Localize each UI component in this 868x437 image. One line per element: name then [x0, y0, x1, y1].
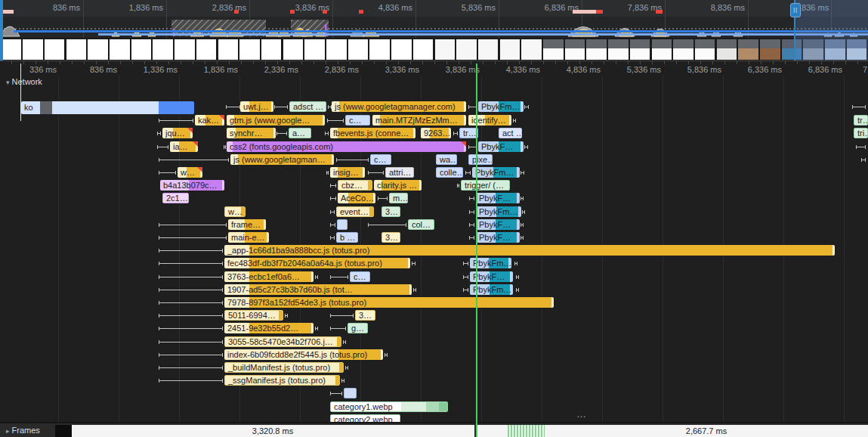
filmstrip-thumbnail[interactable]: [196, 39, 217, 60]
network-request-bar[interactable]: js (www.googletagmanager.com): [332, 101, 466, 112]
dropped-frame-block[interactable]: [55, 425, 72, 437]
network-request-bar[interactable]: trigger/ (…: [461, 180, 510, 191]
network-request-bar[interactable]: c…: [370, 154, 391, 165]
network-request-bar[interactable]: identify…: [468, 115, 511, 126]
network-request-bar[interactable]: col…: [408, 219, 434, 230]
network-request-bar[interactable]: fec483df-db3f7b2046a0a64a.js (totus.pro): [224, 258, 410, 268]
network-request-bar[interactable]: pixe…: [468, 154, 493, 165]
partially-presented-frames[interactable]: [508, 425, 545, 437]
collapse-triangle-icon[interactable]: ▸: [6, 427, 10, 435]
network-request-bar[interactable]: _ssgManifest.js (totus.pro): [224, 375, 340, 386]
network-request-bar[interactable]: clarity.js …: [374, 180, 422, 191]
filmstrip-thumbnail[interactable]: [456, 39, 477, 60]
filmstrip-thumbnail[interactable]: [348, 39, 369, 60]
network-request-bar[interactable]: c…: [350, 271, 370, 282]
network-request-bar[interactable]: 3…: [355, 310, 375, 321]
network-request-bar[interactable]: 3763-ecbc1ef0a6…: [224, 271, 314, 282]
filmstrip-thumbnail[interactable]: [478, 39, 499, 60]
filmstrip-thumbnail[interactable]: [218, 39, 239, 60]
filmstrip-thumbnail[interactable]: [608, 39, 629, 60]
network-request-bar[interactable]: 3…: [381, 232, 400, 243]
filmstrip-thumbnail[interactable]: [110, 39, 130, 60]
network-request-bar[interactable]: cbz…: [338, 180, 372, 191]
network-request-bar[interactable]: fbevents.js (conne…: [330, 128, 415, 138]
network-request-bar[interactable]: m…: [389, 193, 408, 203]
network-request-bar[interactable]: PbykF…: [478, 141, 524, 152]
filmstrip-thumbnail[interactable]: [630, 39, 650, 60]
network-request-bar[interactable]: frame…: [228, 219, 266, 230]
network-request-bar[interactable]: js (www.googletagman…: [230, 154, 334, 165]
filmstrip-thumbnail[interactable]: [738, 39, 758, 60]
network-request-bar[interactable]: index-6b09fcdd8e2f5445.js (totus.pro): [224, 349, 383, 360]
frames-section-header[interactable]: ▸Frames: [6, 426, 40, 435]
filmstrip-thumbnail[interactable]: [66, 39, 87, 60]
network-request-bar[interactable]: category1.webp: [330, 401, 448, 412]
network-request-bar[interactable]: category2.webp: [330, 414, 400, 422]
network-request-bar[interactable]: PbykFm…: [472, 167, 520, 178]
filmstrip-thumbnail[interactable]: [543, 39, 564, 60]
filmstrip-thumbnail[interactable]: [283, 39, 304, 60]
network-request-bar[interactable]: _app-1c66d1ba9a888bcc.js (totus.pro): [224, 245, 835, 256]
network-request-bar[interactable]: PbykF…: [476, 232, 520, 243]
network-request-bar[interactable]: main.MTZjMzEzMm…: [372, 115, 466, 126]
network-request-bar[interactable]: a…: [289, 128, 311, 138]
filmstrip-thumbnail[interactable]: [695, 39, 715, 60]
overview-window-handle-grip[interactable]: ||: [790, 3, 801, 17]
network-request-bar[interactable]: main-e…: [228, 232, 269, 243]
network-request-bar[interactable]: 2451-9e32b55d2…: [224, 323, 314, 333]
filmstrip-thumbnail[interactable]: [717, 39, 737, 60]
network-request-bar[interactable]: uwt.j…: [240, 101, 273, 112]
filmstrip-thumbnail[interactable]: [652, 39, 672, 60]
network-request-bar[interactable]: _buildManifest.js (totus.pro): [224, 362, 344, 373]
filmstrip-thumbnail[interactable]: [413, 39, 434, 60]
filmstrip-thumbnail[interactable]: [153, 39, 173, 60]
screenshot-filmstrip[interactable]: [0, 38, 868, 60]
network-request-bar[interactable]: PbykF…: [476, 219, 520, 230]
network-request-bar[interactable]: css2 (fonts.googleapis.com): [227, 141, 466, 152]
network-request-bar[interactable]: 2c1…: [162, 193, 189, 203]
filmstrip-thumbnail[interactable]: [500, 39, 520, 60]
filmstrip-thumbnail[interactable]: [88, 39, 108, 60]
filmstrip-thumbnail[interactable]: [521, 39, 542, 60]
network-request-bar[interactable]: synchr…: [227, 128, 276, 138]
network-request-bar[interactable]: PbykFm…: [478, 101, 524, 112]
network-request-bar[interactable]: kak…: [195, 115, 224, 126]
filmstrip-thumbnail[interactable]: [261, 39, 282, 60]
network-request-bar[interactable]: AceCo…: [338, 193, 375, 203]
network-request-bar[interactable]: 9263…: [421, 128, 451, 138]
network-request-bar[interactable]: attri…: [385, 167, 414, 178]
network-request-bar[interactable]: ia…: [170, 141, 198, 152]
filmstrip-thumbnail[interactable]: [369, 39, 390, 60]
network-request-bar[interactable]: colle…: [436, 167, 463, 178]
filmstrip-thumbnail[interactable]: [435, 39, 456, 60]
filmstrip-thumbnail[interactable]: [175, 39, 195, 60]
network-request-bar[interactable]: gtm.js (www.google…: [227, 115, 325, 126]
filmstrip-thumbnail[interactable]: [326, 39, 347, 60]
network-request-bar[interactable]: 3055-58c5470e34b2f706.j…: [224, 336, 341, 347]
filmstrip-thumbnail[interactable]: [391, 39, 412, 60]
network-request-bar[interactable]: 7978-897f3a152fd54de3.js (totus.pro): [224, 297, 554, 308]
network-request-bar[interactable]: [344, 388, 357, 398]
network-request-bar[interactable]: w…: [224, 206, 246, 217]
network-request-bar[interactable]: b4a13b079c…: [160, 180, 224, 191]
filmstrip-thumbnail[interactable]: [673, 39, 693, 60]
filmstrip-thumbnail[interactable]: [760, 39, 780, 60]
network-request-bar[interactable]: PbykFm…: [476, 206, 521, 217]
filmstrip-thumbnail[interactable]: [45, 39, 65, 60]
network-request-bar[interactable]: c…: [345, 115, 370, 126]
network-request-bar[interactable]: insig…: [330, 167, 365, 178]
network-request-bar[interactable]: tri…: [854, 128, 868, 138]
network-request-bar[interactable]: g…: [348, 323, 368, 333]
network-request-bar[interactable]: 5011-6994…: [224, 310, 283, 321]
filmstrip-thumbnail[interactable]: [586, 39, 607, 60]
network-request-bar[interactable]: b …: [336, 232, 358, 243]
network-request-bar[interactable]: tr…: [854, 115, 868, 126]
filmstrip-thumbnail[interactable]: [2, 39, 22, 60]
filmstrip-thumbnail[interactable]: [304, 39, 325, 60]
network-request-bar[interactable]: ko: [21, 101, 194, 114]
network-request-bar[interactable]: adsct …: [289, 101, 326, 112]
network-request-bar[interactable]: [337, 219, 348, 230]
filmstrip-thumbnail[interactable]: [565, 39, 585, 60]
filmstrip-thumbnail[interactable]: [239, 39, 260, 60]
network-request-bar[interactable]: act …: [499, 128, 522, 138]
